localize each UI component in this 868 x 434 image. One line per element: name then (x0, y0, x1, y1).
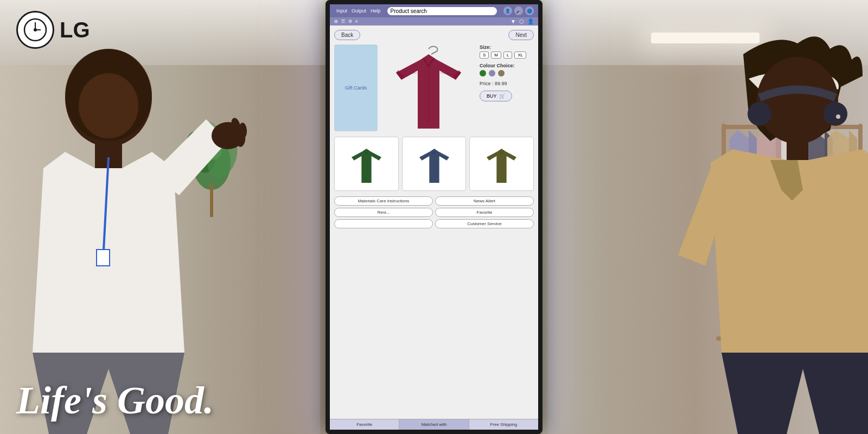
tab-matched-with[interactable]: Matched with (399, 419, 469, 430)
main-product-image (383, 44, 474, 131)
nav-buttons: Back Next (334, 30, 534, 40)
user-icon[interactable]: 🔵 (525, 7, 534, 15)
toolbar-settings-icon[interactable]: ⚙ (348, 19, 352, 24)
customer-person (570, 0, 868, 434)
colour-options (480, 70, 534, 76)
lg-logo: LG (16, 11, 90, 49)
screen-tabbar: Favorite Matched with Free Shipping (330, 419, 538, 430)
screen-toolbar2: ⊞ ☰ ⚙ ≡ ▼ ⬡ 👤 (330, 17, 538, 25)
lg-logo-circle (16, 11, 54, 49)
toolbar-user2-icon[interactable]: 👤 (527, 18, 534, 24)
thumb-navy-shirt[interactable] (402, 137, 467, 191)
toolbar-grid-icon[interactable]: ⊞ (334, 19, 338, 24)
toolbar-search-icon[interactable]: ▼ (510, 18, 516, 24)
svg-point-17 (748, 102, 771, 126)
thumbnail-row (334, 137, 534, 191)
customer-service-btn[interactable]: Customer Service (435, 219, 534, 228)
next-button[interactable]: Next (508, 30, 534, 40)
size-options: S M L XL (480, 52, 534, 59)
colour-label: Colour Choice: (480, 63, 534, 68)
back-button[interactable]: Back (334, 30, 360, 40)
colour-tan[interactable] (498, 70, 505, 76)
size-xl[interactable]: XL (514, 52, 526, 59)
shirt-svg-main (396, 44, 461, 131)
svg-rect-16 (787, 138, 808, 163)
mic-icon[interactable]: 🎤 (514, 7, 523, 15)
tab-free-shipping[interactable]: Free Shipping (469, 419, 538, 430)
screen-topbar: Input Output Help 👤 🎤 🔵 (330, 4, 538, 17)
svg-rect-12 (97, 250, 110, 266)
menu-input[interactable]: Input (336, 8, 347, 14)
action-buttons: Materials Care instructions News Allert … (334, 196, 534, 228)
search-container (387, 7, 497, 15)
colour-green[interactable] (480, 70, 486, 76)
closest-shop-btn[interactable]: Favorite (435, 208, 534, 217)
product-search-input[interactable] (387, 7, 497, 15)
profile-icon[interactable]: 👤 (503, 7, 512, 15)
news-btn[interactable]: News Allert (435, 196, 534, 206)
menu-output[interactable]: Output (352, 8, 366, 14)
buy-button[interactable]: BUY 🛒 (480, 91, 512, 101)
buy-label: BUY (487, 93, 497, 99)
empty-btn[interactable] (334, 219, 433, 228)
topbar-icons: 👤 🎤 🔵 (503, 7, 534, 15)
reviews-btn[interactable]: Revi... (334, 208, 433, 217)
screen-content: Back Next Gift Cards (330, 25, 538, 419)
size-s[interactable]: S (480, 52, 489, 59)
thumb-green-shirt[interactable] (334, 137, 399, 191)
price-label: Price : 89.99 (480, 81, 534, 86)
tab-favorite[interactable]: Favorite (330, 419, 399, 430)
toolbar-filter-icon[interactable]: ⬡ (519, 18, 524, 24)
gift-cards-label: Gift Cards (345, 85, 367, 91)
size-label: Size: (480, 44, 534, 50)
cart-icon: 🛒 (499, 93, 505, 99)
menu-help[interactable]: Help (371, 8, 381, 14)
product-area: Gift Cards (334, 44, 534, 131)
svg-point-15 (757, 57, 838, 144)
lifes-good-tagline: Life's Good. (16, 378, 214, 423)
size-m[interactable]: M (491, 52, 501, 59)
toolbar-menu-icon[interactable]: ≡ (355, 19, 358, 24)
employee-person (0, 0, 271, 434)
thumb-olive-shirt[interactable] (469, 137, 534, 191)
gift-cards-panel[interactable]: Gift Cards (334, 44, 378, 131)
svg-point-14 (79, 73, 138, 138)
materials-btn[interactable]: Materials Care instructions (334, 196, 433, 206)
lg-logo-text: LG (60, 18, 90, 42)
svg-point-18 (824, 102, 847, 126)
svg-point-19 (836, 114, 840, 119)
toolbar-list-icon[interactable]: ☰ (341, 19, 345, 24)
kiosk-screen: Input Output Help 👤 🎤 🔵 ⊞ ☰ ⚙ ≡ ▼ ⬡ 👤 Ba… (326, 0, 542, 434)
size-l[interactable]: L (503, 52, 512, 59)
colour-blue[interactable] (489, 70, 495, 76)
product-details: Size: S M L XL Colour Choice: Price : 89… (480, 44, 534, 131)
